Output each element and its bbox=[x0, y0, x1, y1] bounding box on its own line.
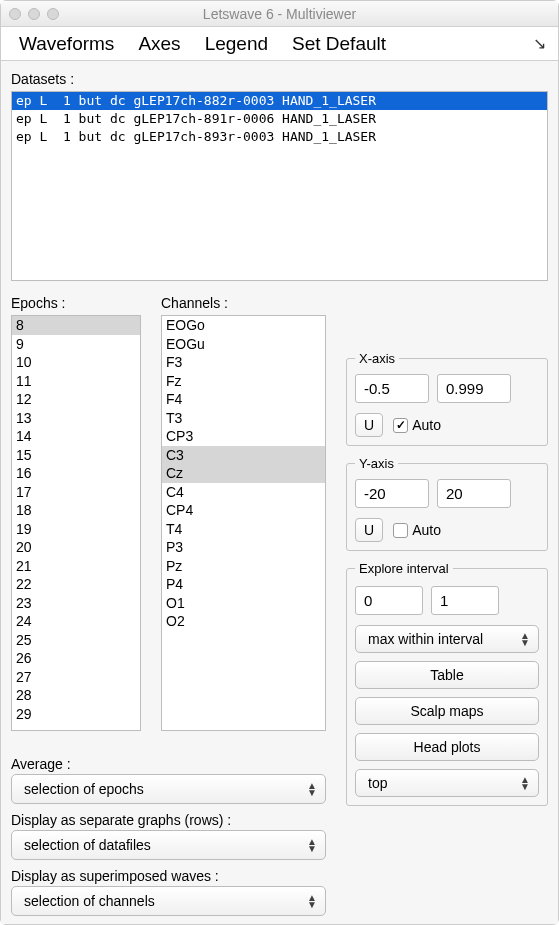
y-axis-group: Y-axis U Auto bbox=[346, 456, 548, 551]
super-value: selection of channels bbox=[24, 893, 155, 909]
explore-interval-group: Explore interval max within interval ▲▼ … bbox=[346, 561, 548, 806]
explore-scalp-maps-button[interactable]: Scalp maps bbox=[355, 697, 539, 725]
channel-row[interactable]: C4 bbox=[162, 483, 325, 502]
menu-legend[interactable]: Legend bbox=[193, 29, 280, 59]
explore-table-label: Table bbox=[430, 667, 463, 683]
channels-label: Channels : bbox=[161, 295, 326, 311]
select-caret-icon: ▲▼ bbox=[520, 632, 530, 646]
explore-mode-select[interactable]: max within interval ▲▼ bbox=[355, 625, 539, 653]
dataset-row[interactable]: ep L 1 but dc gLEP17ch-891r-0006 HAND_1_… bbox=[12, 110, 547, 128]
average-label: Average : bbox=[11, 756, 326, 772]
epoch-row[interactable]: 15 bbox=[12, 446, 140, 465]
y-axis-auto-checkbox[interactable]: Auto bbox=[393, 522, 441, 538]
channels-listbox[interactable]: EOGoEOGuF3FzF4T3CP3C3CzC4CP4T4P3PzP4O1O2 bbox=[161, 315, 326, 731]
rows-label: Display as separate graphs (rows) : bbox=[11, 812, 326, 828]
channel-row[interactable]: F4 bbox=[162, 390, 325, 409]
epoch-row[interactable]: 24 bbox=[12, 612, 140, 631]
menu-overflow-icon[interactable]: ↘ bbox=[533, 34, 552, 53]
channel-row[interactable]: EOGo bbox=[162, 316, 325, 335]
epoch-row[interactable]: 26 bbox=[12, 649, 140, 668]
rows-value: selection of datafiles bbox=[24, 837, 151, 853]
menu-waveforms[interactable]: Waveforms bbox=[7, 29, 126, 59]
explore-scalp-label: Scalp maps bbox=[410, 703, 483, 719]
y-axis-min-input[interactable] bbox=[355, 479, 429, 508]
channel-row[interactable]: P4 bbox=[162, 575, 325, 594]
y-axis-max-input[interactable] bbox=[437, 479, 511, 508]
rows-select[interactable]: selection of datafiles ▲▼ bbox=[11, 830, 326, 860]
epoch-row[interactable]: 18 bbox=[12, 501, 140, 520]
channel-row[interactable]: C3 bbox=[162, 446, 325, 465]
epoch-row[interactable]: 21 bbox=[12, 557, 140, 576]
explore-end-input[interactable] bbox=[431, 586, 499, 615]
datasets-label: Datasets : bbox=[11, 71, 548, 87]
explore-mode-value: max within interval bbox=[368, 631, 483, 647]
epoch-row[interactable]: 14 bbox=[12, 427, 140, 446]
epoch-row[interactable]: 12 bbox=[12, 390, 140, 409]
epochs-label: Epochs : bbox=[11, 295, 141, 311]
explore-top-value: top bbox=[368, 775, 387, 791]
epoch-row[interactable]: 25 bbox=[12, 631, 140, 650]
epoch-row[interactable]: 13 bbox=[12, 409, 140, 428]
average-select[interactable]: selection of epochs ▲▼ bbox=[11, 774, 326, 804]
dataset-row[interactable]: ep L 1 but dc gLEP17ch-893r-0003 HAND_1_… bbox=[12, 128, 547, 146]
epoch-row[interactable]: 8 bbox=[12, 316, 140, 335]
x-axis-legend: X-axis bbox=[355, 351, 399, 366]
dataset-row[interactable]: ep L 1 but dc gLEP17ch-882r-0003 HAND_1_… bbox=[12, 92, 547, 110]
window-title: Letswave 6 - Multiviewer bbox=[1, 6, 558, 22]
channel-row[interactable]: CP4 bbox=[162, 501, 325, 520]
explore-legend: Explore interval bbox=[355, 561, 453, 576]
x-axis-min-input[interactable] bbox=[355, 374, 429, 403]
channel-row[interactable]: T3 bbox=[162, 409, 325, 428]
select-caret-icon: ▲▼ bbox=[307, 838, 317, 852]
explore-table-button[interactable]: Table bbox=[355, 661, 539, 689]
y-axis-legend: Y-axis bbox=[355, 456, 398, 471]
menubar: Waveforms Axes Legend Set Default ↘ bbox=[1, 27, 558, 61]
y-axis-auto-label: Auto bbox=[412, 522, 441, 538]
app-window: Letswave 6 - Multiviewer Waveforms Axes … bbox=[0, 0, 559, 925]
epoch-row[interactable]: 16 bbox=[12, 464, 140, 483]
menu-axes[interactable]: Axes bbox=[126, 29, 192, 59]
y-axis-u-button[interactable]: U bbox=[355, 518, 383, 542]
epoch-row[interactable]: 17 bbox=[12, 483, 140, 502]
average-value: selection of epochs bbox=[24, 781, 144, 797]
epoch-row[interactable]: 28 bbox=[12, 686, 140, 705]
explore-head-label: Head plots bbox=[414, 739, 481, 755]
channel-row[interactable]: T4 bbox=[162, 520, 325, 539]
body: Datasets : ep L 1 but dc gLEP17ch-882r-0… bbox=[1, 61, 558, 924]
select-caret-icon: ▲▼ bbox=[307, 782, 317, 796]
super-select[interactable]: selection of channels ▲▼ bbox=[11, 886, 326, 916]
super-label: Display as superimposed waves : bbox=[11, 868, 326, 884]
x-axis-max-input[interactable] bbox=[437, 374, 511, 403]
epoch-row[interactable]: 22 bbox=[12, 575, 140, 594]
select-caret-icon: ▲▼ bbox=[307, 894, 317, 908]
epoch-row[interactable]: 20 bbox=[12, 538, 140, 557]
epoch-row[interactable]: 10 bbox=[12, 353, 140, 372]
epochs-listbox[interactable]: 8910111213141516171819202122232425262728… bbox=[11, 315, 141, 731]
epoch-row[interactable]: 19 bbox=[12, 520, 140, 539]
channel-row[interactable]: Fz bbox=[162, 372, 325, 391]
channel-row[interactable]: EOGu bbox=[162, 335, 325, 354]
explore-head-plots-button[interactable]: Head plots bbox=[355, 733, 539, 761]
channel-row[interactable]: O2 bbox=[162, 612, 325, 631]
epoch-row[interactable]: 27 bbox=[12, 668, 140, 687]
channel-row[interactable]: Cz bbox=[162, 464, 325, 483]
explore-start-input[interactable] bbox=[355, 586, 423, 615]
epoch-row[interactable]: 9 bbox=[12, 335, 140, 354]
menu-set-default[interactable]: Set Default bbox=[280, 29, 398, 59]
x-axis-auto-checkbox[interactable]: Auto bbox=[393, 417, 441, 433]
select-caret-icon: ▲▼ bbox=[520, 776, 530, 790]
x-axis-u-button[interactable]: U bbox=[355, 413, 383, 437]
channel-row[interactable]: Pz bbox=[162, 557, 325, 576]
channel-row[interactable]: F3 bbox=[162, 353, 325, 372]
epoch-row[interactable]: 29 bbox=[12, 705, 140, 724]
channel-row[interactable]: O1 bbox=[162, 594, 325, 613]
epoch-row[interactable]: 11 bbox=[12, 372, 140, 391]
titlebar: Letswave 6 - Multiviewer bbox=[1, 1, 558, 27]
epoch-row[interactable]: 23 bbox=[12, 594, 140, 613]
explore-top-select[interactable]: top ▲▼ bbox=[355, 769, 539, 797]
checkbox-unchecked-icon bbox=[393, 523, 408, 538]
channel-row[interactable]: P3 bbox=[162, 538, 325, 557]
channel-row[interactable]: CP3 bbox=[162, 427, 325, 446]
x-axis-group: X-axis U Auto bbox=[346, 351, 548, 446]
datasets-listbox[interactable]: ep L 1 but dc gLEP17ch-882r-0003 HAND_1_… bbox=[11, 91, 548, 281]
